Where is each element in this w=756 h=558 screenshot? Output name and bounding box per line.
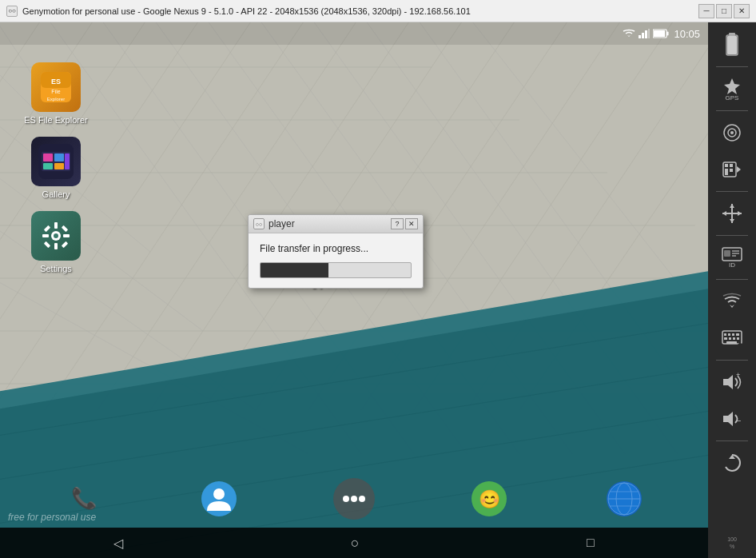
svg-rect-50 [642, 33, 644, 38]
globe-icon [604, 479, 644, 519]
app-settings[interactable]: Settings [24, 211, 88, 274]
svg-rect-76 [44, 241, 50, 248]
svg-rect-138 [726, 341, 737, 344]
svg-rect-112 [725, 164, 728, 167]
progress-bar [260, 262, 412, 278]
watermark: free for personal use [8, 512, 96, 523]
dialog-titlebar: ○○ player ? ✕ [249, 215, 423, 233]
svg-rect-67 [65, 153, 70, 169]
transfer-status-text: File transfer in progress... [260, 243, 412, 254]
battery-sidebar-icon [723, 33, 741, 57]
status-time: 10:05 [674, 28, 700, 40]
home-button[interactable]: ○ [327, 528, 384, 558]
svg-text:−: − [736, 416, 741, 425]
svg-point-92 [213, 488, 225, 500]
rotate-tool[interactable] [712, 445, 752, 480]
svg-marker-117 [737, 166, 741, 173]
bottom-dock: 📞 [0, 472, 708, 526]
dialog-help-button[interactable]: ? [391, 218, 404, 229]
volume-down-tool[interactable]: − [712, 401, 752, 436]
svg-rect-132 [732, 333, 734, 336]
svg-rect-135 [729, 337, 731, 340]
svg-rect-116 [725, 172, 728, 175]
svg-text:File: File [51, 89, 60, 94]
svg-rect-133 [736, 333, 739, 336]
app-icon: ○○ [6, 6, 18, 17]
svg-rect-115 [730, 169, 733, 172]
volume-up-icon: + [722, 373, 742, 392]
window-title: Genymotion for personal use - Google Nex… [22, 6, 471, 16]
wifi-icon [623, 29, 635, 38]
svg-rect-106 [729, 33, 735, 36]
volume-up-tool[interactable]: + [712, 365, 752, 400]
title-bar: ○○ Genymotion for personal use - Google … [0, 0, 756, 22]
status-bar: 10:05 [0, 22, 708, 45]
svg-marker-123 [738, 211, 742, 216]
sidebar-divider-6 [716, 360, 748, 361]
svg-marker-140 [723, 375, 733, 389]
svg-text:ES: ES [51, 78, 61, 86]
svg-point-94 [351, 496, 357, 502]
sidebar-divider-4 [716, 235, 748, 236]
gallery-label: Gallery [42, 189, 70, 200]
dialog-controls: ? ✕ [391, 218, 418, 229]
dialog-logo: ○○ [253, 218, 265, 229]
svg-rect-73 [63, 234, 70, 237]
svg-text:Explorer: Explorer [47, 97, 65, 102]
camera-tool[interactable] [712, 115, 752, 150]
video-tool[interactable] [712, 152, 752, 187]
svg-rect-114 [725, 169, 728, 172]
minimize-button[interactable]: ─ [698, 4, 714, 18]
dock-messenger[interactable]: 😊 [468, 478, 510, 520]
sidebar-divider-7 [716, 440, 748, 441]
es-icon-svg: ES File Explorer [38, 70, 74, 105]
navigation-bar: ◁ ○ □ [0, 528, 708, 558]
svg-text:+: + [736, 373, 740, 379]
close-button[interactable]: ✕ [734, 4, 750, 18]
recent-apps-button[interactable]: □ [563, 529, 619, 556]
es-icon: ES File Explorer [31, 62, 81, 112]
settings-label: Settings [40, 264, 72, 274]
cast-tool[interactable] [712, 284, 752, 319]
svg-rect-77 [62, 241, 68, 248]
svg-rect-66 [54, 163, 64, 169]
svg-point-95 [359, 496, 365, 502]
svg-marker-122 [722, 211, 726, 216]
dock-all-apps[interactable] [333, 478, 375, 520]
file-transfer-dialog: ○○ player ? ✕ File transfer in progress.… [248, 214, 424, 289]
svg-rect-134 [724, 337, 727, 340]
maximize-button[interactable]: □ [716, 4, 732, 18]
dialog-title-left: ○○ player [253, 218, 295, 229]
svg-rect-72 [42, 234, 49, 237]
keyboard-tool[interactable] [712, 321, 752, 356]
move-sidebar-icon [722, 203, 742, 224]
move-tool[interactable] [712, 196, 752, 231]
svg-marker-142 [723, 412, 733, 426]
title-bar-left: ○○ Genymotion for personal use - Google … [6, 6, 471, 17]
android-screen[interactable]: 10:05 ES File Explorer ES File Explorer [0, 22, 708, 558]
back-button[interactable]: ◁ [90, 529, 147, 557]
battery-tool[interactable] [712, 27, 752, 62]
svg-marker-121 [730, 219, 734, 223]
status-icons: 10:05 [623, 28, 700, 40]
gps-tool[interactable]: GPS [712, 71, 752, 106]
dialog-body: File transfer in progress... [249, 233, 423, 288]
svg-point-69 [54, 233, 58, 238]
dialog-close-button[interactable]: ✕ [405, 218, 418, 229]
dock-contacts[interactable] [198, 478, 240, 520]
app-gallery[interactable]: Gallery [24, 137, 88, 200]
dock-globe[interactable] [603, 478, 645, 520]
main-container: 10:05 ES File Explorer ES File Explorer [0, 22, 756, 558]
gps-label: GPS [726, 94, 739, 102]
gallery-icon-svg [38, 144, 74, 179]
resolution-indicator: 100 % [726, 532, 738, 553]
id-tool[interactable]: ID [712, 240, 752, 275]
svg-rect-125 [724, 250, 730, 257]
svg-rect-70 [54, 222, 58, 229]
volume-down-icon: − [722, 409, 742, 428]
signal-icon [639, 29, 650, 38]
svg-point-110 [730, 131, 734, 134]
app-es-file-explorer[interactable]: ES File Explorer ES File Explorer [24, 62, 88, 126]
sidebar-divider-3 [716, 191, 748, 192]
svg-text:😊: 😊 [479, 488, 501, 510]
